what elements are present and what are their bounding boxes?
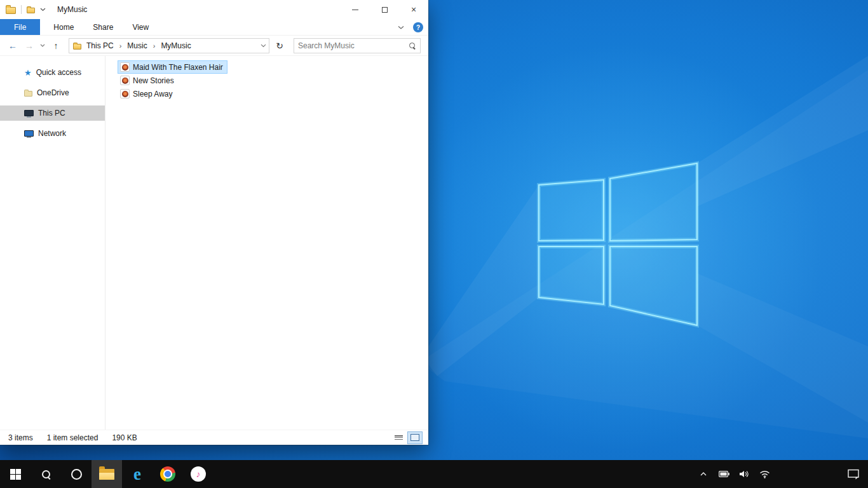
- media-file-icon: [120, 62, 130, 72]
- status-item-count: 3 items: [8, 433, 33, 442]
- file-row[interactable]: Sleep Away: [118, 87, 177, 100]
- qat-customize-icon[interactable]: [40, 8, 46, 11]
- close-icon: ×: [411, 5, 416, 14]
- sidebar-item-label: Quick access: [36, 68, 81, 77]
- breadcrumb-music[interactable]: Music: [123, 40, 151, 51]
- chrome-icon: [160, 466, 175, 482]
- search-input[interactable]: [298, 41, 409, 50]
- search-icon: [41, 470, 51, 479]
- minimize-button[interactable]: [341, 0, 370, 19]
- taskbar-internet-explorer-button[interactable]: e: [122, 460, 153, 488]
- breadcrumb-this-pc[interactable]: This PC: [83, 40, 118, 51]
- refresh-button[interactable]: ↻: [272, 38, 287, 53]
- address-bar[interactable]: This PC › Music › MyMusic: [69, 38, 269, 53]
- status-bar: 3 items 1 item selected 190 KB: [0, 430, 428, 445]
- itunes-icon: ♪: [191, 466, 206, 482]
- expand-ribbon-icon[interactable]: [398, 25, 404, 30]
- icons-view-icon: [410, 434, 419, 441]
- sidebar-item-label: OneDrive: [37, 88, 69, 97]
- sidebar-item-network[interactable]: Network: [0, 126, 105, 141]
- search-icon[interactable]: [409, 42, 416, 50]
- ribbon-tab-row: File Home Share View ?: [0, 19, 428, 36]
- back-button[interactable]: ←: [5, 38, 20, 53]
- sidebar-item-label: This PC: [38, 109, 65, 118]
- help-button[interactable]: ?: [413, 22, 423, 32]
- onedrive-icon: [24, 91, 32, 97]
- tab-view[interactable]: View: [123, 19, 158, 35]
- sidebar-item-quick-access[interactable]: ★ Quick access: [0, 65, 105, 80]
- start-button[interactable]: [0, 460, 31, 488]
- breadcrumb-separator-icon: ›: [119, 42, 123, 50]
- tray-expand-button[interactable]: [695, 460, 712, 488]
- details-view-button[interactable]: [391, 432, 405, 444]
- file-row[interactable]: New Stories: [118, 74, 179, 87]
- chevron-up-icon: [700, 471, 707, 477]
- network-icon: [24, 130, 34, 137]
- maximize-icon: [382, 7, 388, 13]
- action-center-icon: [848, 469, 860, 480]
- taskbar-search-button[interactable]: [31, 460, 61, 488]
- search-box[interactable]: [294, 38, 421, 53]
- file-explorer-icon: [99, 469, 114, 480]
- cortana-button[interactable]: [61, 460, 92, 488]
- navigation-bar: ← → ↑ This PC › Music › MyMusic ↻: [0, 36, 428, 56]
- volume-button[interactable]: [736, 460, 752, 488]
- quick-access-star-icon: ★: [24, 69, 32, 77]
- close-button[interactable]: ×: [399, 0, 428, 19]
- minimize-icon: [352, 10, 358, 10]
- file-name: New Stories: [133, 76, 174, 85]
- sidebar-item-onedrive[interactable]: OneDrive: [0, 85, 105, 100]
- qat-separator: [21, 5, 22, 14]
- breadcrumb-separator-icon: ›: [153, 42, 156, 50]
- app-folder-icon: [6, 7, 16, 14]
- taskbar-itunes-button[interactable]: ♪: [183, 460, 214, 488]
- taskbar: e ♪: [0, 460, 868, 488]
- media-file-icon: [120, 76, 130, 85]
- this-pc-icon: [24, 110, 34, 116]
- sidebar-item-this-pc[interactable]: This PC: [0, 105, 105, 121]
- tab-share[interactable]: Share: [83, 19, 123, 35]
- action-center-button[interactable]: [841, 460, 865, 488]
- title-bar[interactable]: MyMusic ×: [0, 0, 428, 19]
- status-selection: 1 item selected: [47, 433, 98, 442]
- file-name: Maid With The Flaxen Hair: [133, 63, 223, 72]
- network-button[interactable]: [756, 460, 773, 488]
- recent-locations-icon[interactable]: [38, 44, 47, 47]
- address-dropdown-icon[interactable]: [261, 44, 266, 48]
- maximize-button[interactable]: [370, 0, 399, 19]
- internet-explorer-icon: e: [133, 466, 141, 483]
- speaker-icon: [740, 470, 749, 478]
- forward-button[interactable]: →: [22, 38, 37, 53]
- tab-file[interactable]: File: [0, 19, 40, 35]
- navigation-pane: ★ Quick access OneDrive This PC Network: [0, 56, 105, 430]
- status-size: 190 KB: [112, 433, 137, 442]
- qat-folder-icon[interactable]: [27, 8, 35, 13]
- sidebar-item-label: Network: [38, 129, 66, 138]
- battery-icon: [719, 471, 729, 477]
- taskbar-file-explorer-button[interactable]: [92, 460, 122, 488]
- media-file-icon: [120, 89, 130, 98]
- battery-button[interactable]: [715, 460, 732, 488]
- file-row[interactable]: Maid With The Flaxen Hair: [118, 60, 227, 74]
- windows-logo-icon: [10, 469, 21, 480]
- icons-view-button[interactable]: [408, 432, 422, 444]
- explorer-window: MyMusic × File Home Share View ? ← → ↑ T…: [0, 0, 428, 445]
- breadcrumb-mymusic[interactable]: MyMusic: [157, 40, 194, 51]
- details-view-icon: [395, 434, 403, 441]
- address-folder-icon: [73, 44, 81, 50]
- taskbar-chrome-button[interactable]: [153, 460, 183, 488]
- window-title: MyMusic: [57, 5, 87, 14]
- file-name: Sleep Away: [133, 90, 173, 98]
- tab-home[interactable]: Home: [44, 19, 83, 35]
- up-button[interactable]: ↑: [48, 38, 64, 53]
- wifi-icon: [759, 470, 770, 478]
- cortana-icon: [71, 469, 82, 480]
- file-list: Maid With The Flaxen Hair New Stories Sl…: [105, 56, 428, 430]
